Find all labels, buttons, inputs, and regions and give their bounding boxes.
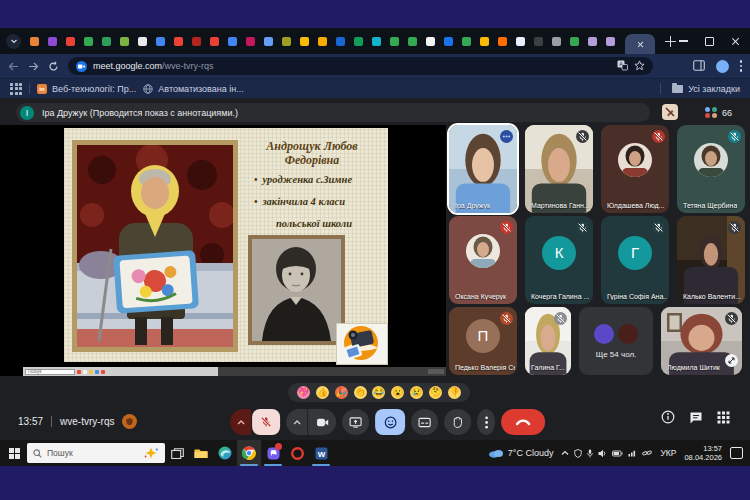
- mic-options-chevron[interactable]: [230, 409, 251, 435]
- pinned-tab-favicon[interactable]: [552, 37, 561, 46]
- pinned-tab-favicon[interactable]: [480, 37, 489, 46]
- pinned-tab-favicon[interactable]: [354, 37, 363, 46]
- reaction-emoji[interactable]: 👍: [316, 386, 329, 399]
- taskbar-search[interactable]: Пошук: [27, 443, 165, 463]
- pinned-tab-favicon[interactable]: [300, 37, 309, 46]
- participant-tile[interactable]: ККочерга Галина ...: [525, 216, 593, 304]
- tab-search-icon[interactable]: [6, 34, 21, 49]
- pinned-tab-favicon[interactable]: [228, 37, 237, 46]
- language-indicator[interactable]: УКР: [660, 448, 676, 458]
- tray-network-icon[interactable]: [628, 449, 637, 457]
- tray-chevron-icon[interactable]: [561, 450, 569, 456]
- taskbar-clock[interactable]: 13:57 08.04.2026: [684, 444, 722, 463]
- reaction-emoji[interactable]: 😮: [391, 386, 404, 399]
- pinned-tab-favicon[interactable]: [606, 37, 615, 46]
- participant-tile[interactable]: Людмила Шитик: [661, 307, 742, 375]
- pinned-tab-favicon[interactable]: [66, 37, 75, 46]
- participant-tile[interactable]: Оксана Кучерук: [449, 216, 517, 304]
- weather-widget[interactable]: 7°C Cloudy: [488, 448, 554, 458]
- notification-center-icon[interactable]: [730, 447, 743, 459]
- pinned-tab-favicon[interactable]: [390, 37, 399, 46]
- tray-shield-icon[interactable]: [574, 449, 582, 458]
- pinned-tab-favicon[interactable]: [408, 37, 417, 46]
- bookmark-item-1[interactable]: in Веб-технології: Пр...: [37, 84, 136, 94]
- pinned-tab-favicon[interactable]: [246, 37, 255, 46]
- tile-menu-badge[interactable]: [500, 129, 513, 147]
- pinned-tab-favicon[interactable]: [318, 37, 327, 46]
- reaction-emoji[interactable]: 😢: [410, 386, 423, 399]
- new-tab-button[interactable]: [665, 36, 676, 47]
- chat-icon[interactable]: [689, 410, 703, 428]
- pinned-tab-favicon[interactable]: [84, 37, 93, 46]
- bookmark-item-2[interactable]: Автоматизована ін...: [143, 84, 243, 94]
- pinned-tab-favicon[interactable]: [210, 37, 219, 46]
- taskbar-app-word[interactable]: W: [309, 440, 333, 466]
- start-button[interactable]: [9, 448, 20, 459]
- captions-button[interactable]: [411, 409, 438, 435]
- close-tab-icon[interactable]: [637, 41, 644, 48]
- reload-icon[interactable]: [48, 61, 59, 72]
- activities-grid-icon[interactable]: [717, 410, 730, 428]
- active-tab[interactable]: [625, 34, 655, 54]
- participants-count[interactable]: 66: [705, 104, 732, 121]
- participant-tile[interactable]: Калько Валенти...: [677, 216, 745, 304]
- taskbar-app-explorer[interactable]: [189, 440, 213, 466]
- tray-link-icon[interactable]: [642, 449, 652, 457]
- reaction-emoji[interactable]: 😂: [372, 386, 385, 399]
- minimize-icon[interactable]: [679, 40, 688, 41]
- pinned-tab-favicon[interactable]: [372, 37, 381, 46]
- reactions-button[interactable]: [375, 409, 405, 435]
- taskbar-app-chrome[interactable]: [237, 440, 261, 466]
- pinned-tab-favicon[interactable]: [264, 37, 273, 46]
- participant-tile[interactable]: Мартинова Ганн...: [525, 125, 593, 213]
- participant-tile[interactable]: Галина Г...: [525, 307, 571, 375]
- pinned-tab-favicon[interactable]: [48, 37, 57, 46]
- pinned-tab-favicon[interactable]: [516, 37, 525, 46]
- forward-icon[interactable]: [28, 62, 39, 71]
- tray-battery-icon[interactable]: [612, 450, 623, 457]
- pinned-tab-favicon[interactable]: [444, 37, 453, 46]
- tray-mic-icon[interactable]: [587, 449, 593, 458]
- pinned-tab-favicon[interactable]: [174, 37, 183, 46]
- more-options-button[interactable]: [477, 409, 495, 435]
- reaction-emoji[interactable]: 👎: [448, 386, 461, 399]
- side-panel-icon[interactable]: [693, 57, 705, 75]
- close-window-icon[interactable]: [731, 37, 740, 46]
- browser-menu-icon[interactable]: [740, 60, 743, 72]
- back-icon[interactable]: [8, 62, 19, 71]
- pinned-tab-favicon[interactable]: [534, 37, 543, 46]
- address-bar[interactable]: meet.google.com/wve-tvry-rqs A: [68, 57, 653, 75]
- pinned-tab-favicon[interactable]: [426, 37, 435, 46]
- participant-tile[interactable]: Іра Дружук: [449, 125, 517, 213]
- pinned-tab-favicon[interactable]: [120, 37, 129, 46]
- meeting-details-icon[interactable]: [661, 410, 675, 428]
- participant-tile[interactable]: Юлдашева Люд...: [601, 125, 669, 213]
- apps-grid-icon[interactable]: [10, 83, 22, 95]
- pinned-tab-favicon[interactable]: [282, 37, 291, 46]
- camera-button[interactable]: [308, 409, 336, 435]
- pinned-tab-favicon[interactable]: [156, 37, 165, 46]
- camera-options-chevron[interactable]: [286, 409, 307, 435]
- taskbar-app-taskview[interactable]: [165, 440, 189, 466]
- participant-tile[interactable]: ГГуріна Софія Ана...: [601, 216, 669, 304]
- pinned-tab-favicon[interactable]: [588, 37, 597, 46]
- bookmark-star-icon[interactable]: [634, 57, 645, 75]
- all-bookmarks[interactable]: Усі закладки: [660, 83, 740, 94]
- taskbar-app-edge[interactable]: [213, 440, 237, 466]
- present-screen-button[interactable]: [342, 409, 369, 435]
- host-controls-icon[interactable]: [122, 414, 137, 429]
- pinned-tab-favicon[interactable]: [336, 37, 345, 46]
- mic-off-button[interactable]: [252, 409, 280, 435]
- participant-tile[interactable]: ППедько Валерія Сер...: [449, 307, 517, 375]
- pinned-tab-favicon[interactable]: [30, 37, 39, 46]
- pinned-tab-favicon[interactable]: [498, 37, 507, 46]
- reaction-emoji[interactable]: 👏: [354, 386, 367, 399]
- pinned-tab-favicon[interactable]: [570, 37, 579, 46]
- reaction-emoji[interactable]: 🤔: [429, 386, 442, 399]
- annotation-off-icon[interactable]: [662, 104, 678, 120]
- tray-speaker-icon[interactable]: [598, 449, 607, 458]
- pinned-tab-favicon[interactable]: [102, 37, 111, 46]
- end-call-button[interactable]: [501, 409, 545, 435]
- expand-tile-icon[interactable]: [725, 353, 738, 371]
- taskbar-app-opera[interactable]: [285, 440, 309, 466]
